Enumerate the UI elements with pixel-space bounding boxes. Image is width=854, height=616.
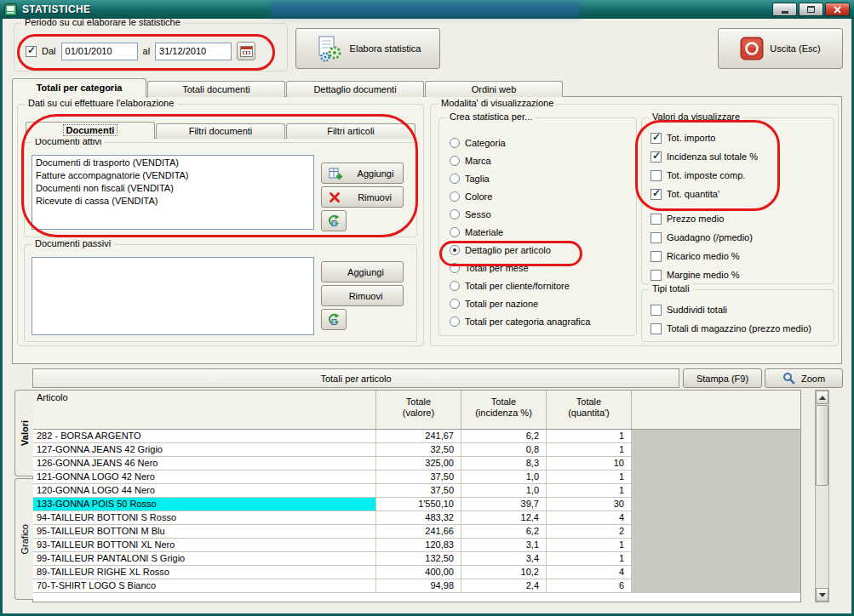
radio-option[interactable]: Totali per nazione [450, 294, 631, 312]
radio-option[interactable]: Dettaglio per articolo [450, 241, 631, 259]
elabora-statistica-button[interactable]: Elabora statistica [295, 28, 440, 69]
column-header[interactable]: Totale (valore) [376, 391, 461, 429]
cell-articolo[interactable]: 99-TAILLEUR PANTALONI S Grigio [33, 552, 376, 566]
list-item[interactable]: Documenti non fiscali (VENDITA) [32, 182, 313, 195]
list-item[interactable]: Ricevute di cassa (VENDITA) [32, 195, 313, 208]
column-header[interactable]: Totale (quantita') [547, 391, 632, 429]
radio-option[interactable]: Sesso [450, 205, 631, 223]
radio-option[interactable]: Totali per cliente/fornitore [450, 277, 631, 294]
list-item[interactable]: Fatture accompagnatorie (VENDITA) [32, 169, 313, 182]
checkbox-icon: ✓ [651, 214, 662, 225]
radio-option[interactable]: Materiale [450, 223, 631, 241]
checkbox-option[interactable]: ✓ Prezzo medio [651, 209, 830, 228]
radio-icon [450, 209, 460, 220]
cell-incidenza: 8,3 [461, 457, 547, 471]
sub-tab[interactable]: Filtri documenti [156, 123, 285, 139]
uscita-button[interactable]: Uscita (Esc) [718, 28, 843, 69]
al-label: al [143, 46, 151, 56]
documenti-passivi-listbox[interactable] [32, 257, 314, 335]
checkbox-option[interactable]: ✓ Tot. quantita' [651, 185, 830, 203]
side-tab[interactable]: Grafico [14, 478, 33, 600]
period-checkbox[interactable]: ✓ [26, 46, 37, 57]
table-row[interactable]: 282 - BORSA ARGENTO 241,67 6,2 1 [33, 430, 632, 443]
cell-articolo[interactable]: 89-TAILLEUR RIGHE XL Rosso [33, 566, 376, 579]
cell-articolo[interactable]: 70-T-SHIRT LOGO S Bianco [33, 579, 376, 593]
checkbox-option[interactable]: ✓ Tot. importo [651, 128, 830, 147]
calendar-button[interactable] [237, 42, 255, 60]
radio-option[interactable]: Taglia [450, 169, 631, 187]
column-header[interactable]: Totale (incidenza %) [461, 391, 547, 429]
vertical-scrollbar[interactable] [815, 390, 829, 602]
scrollbar-thumb[interactable] [816, 405, 828, 486]
minimize-button[interactable] [772, 3, 797, 16]
date-to-input[interactable] [155, 43, 232, 60]
scroll-down-button[interactable] [816, 588, 828, 602]
table-row[interactable]: 95-TAILLEUR BOTTONI M Blu 241,66 6,2 2 [33, 525, 632, 539]
table-row[interactable]: 94-TAILLEUR BOTTONI S Rosso 483,32 12,4 … [33, 511, 632, 525]
table-row[interactable]: 120-GONNA LOGO 44 Nero 37,50 1,0 1 [33, 484, 632, 498]
checkbox-option[interactable]: ✓ Margine medio % [651, 265, 830, 284]
attivi-rimuovi-button[interactable]: Rimuovi [321, 186, 404, 208]
checkbox-option[interactable]: ✓ Totali di magazzino (prezzo medio) [651, 319, 830, 338]
main-tab[interactable]: Ordini web [425, 81, 563, 97]
attivi-clear-button[interactable] [321, 210, 347, 231]
header-filler [632, 391, 800, 429]
documenti-attivi-listbox[interactable]: Documenti di trasporto (VENDITA)Fatture … [32, 155, 314, 230]
sub-tab[interactable]: Filtri articoli [286, 123, 416, 139]
list-item[interactable]: Documenti di trasporto (VENDITA) [32, 157, 313, 169]
titlebar[interactable]: STATISTICHE [0, 0, 854, 19]
radio-option[interactable]: Categoria [450, 134, 631, 151]
table-row[interactable]: 127-GONNA JEANS 42 Grigio 32,50 0,8 1 [33, 443, 632, 457]
cell-articolo[interactable]: 121-GONNA LOGO 42 Nero [33, 471, 376, 484]
cell-articolo[interactable]: 94-TAILLEUR BOTTONI S Rosso [33, 511, 376, 525]
table-row[interactable]: 99-TAILLEUR PANTALONI S Grigio 132,50 3,… [33, 552, 632, 566]
radio-label: Marca [465, 156, 491, 166]
radio-option[interactable]: Colore [450, 187, 631, 205]
checkbox-icon: ✓ [651, 270, 662, 281]
table-row[interactable]: 89-TAILLEUR RIGHE XL Rosso 400,00 10,2 4 [33, 566, 632, 579]
checkbox-option[interactable]: ✓ Ricarico medio % [651, 247, 830, 265]
column-header[interactable]: Articolo [33, 391, 376, 429]
attivi-aggiungi-button[interactable]: Aggiungi [321, 163, 404, 184]
checkbox-option[interactable]: ✓ Suddividi totali [651, 300, 830, 319]
checkbox-icon: ✓ [651, 305, 662, 316]
cell-quantita: 10 [547, 457, 632, 471]
aggiungi-label: Aggiungi [348, 168, 403, 179]
magnifier-icon [782, 372, 795, 385]
table-row[interactable]: 133-GONNA POIS 50 Rosso 1'550,10 39,7 30 [33, 498, 632, 511]
cell-articolo[interactable]: 126-GONNA JEANS 46 Nero [33, 457, 376, 471]
radio-option[interactable]: Totali per mese [450, 259, 631, 277]
side-tab[interactable]: Valori [14, 390, 33, 476]
date-from-input[interactable] [61, 43, 138, 60]
radio-option[interactable]: Marca [450, 151, 631, 169]
cell-articolo[interactable]: 282 - BORSA ARGENTO [33, 430, 376, 443]
checkbox-label: Totali di magazzino (prezzo medio) [667, 323, 811, 334]
checkbox-option[interactable]: ✓ Guadagno (/pmedio) [651, 228, 830, 247]
maximize-button[interactable] [799, 3, 823, 16]
scroll-up-button[interactable] [816, 391, 828, 404]
cell-valore: 241,66 [376, 525, 461, 539]
radio-option[interactable]: Totali per categoria anagrafica [450, 312, 631, 330]
passivi-aggiungi-button[interactable]: Aggiungi [321, 261, 404, 282]
passivi-rimuovi-button[interactable]: Rimuovi [321, 285, 404, 306]
cell-articolo[interactable]: 133-GONNA POIS 50 Rosso [33, 498, 376, 511]
cell-articolo[interactable]: 93-TAILLEUR BOTTONI XL Nero [33, 539, 376, 552]
checkbox-option[interactable]: ✓ Tot. imposte comp. [651, 166, 830, 185]
main-tab[interactable]: Totali documenti [147, 81, 285, 97]
cell-articolo[interactable]: 95-TAILLEUR BOTTONI M Blu [33, 525, 376, 539]
table-row[interactable]: 126-GONNA JEANS 46 Nero 325,00 8,3 10 [33, 457, 632, 471]
sub-tab[interactable]: Documenti [26, 122, 155, 139]
stampa-button[interactable]: Stampa (F9) [683, 368, 762, 388]
cell-articolo[interactable]: 127-GONNA JEANS 42 Grigio [33, 443, 376, 457]
main-tab[interactable]: Dettaglio documenti [286, 81, 424, 97]
cell-articolo[interactable]: 120-GONNA LOGO 44 Nero [33, 484, 376, 498]
table-row[interactable]: 121-GONNA LOGO 42 Nero 37,50 1,0 1 [33, 471, 632, 484]
close-button[interactable] [825, 3, 850, 16]
table-row[interactable]: 70-T-SHIRT LOGO S Bianco 94,98 2,4 6 [33, 579, 632, 593]
table-row[interactable]: 93-TAILLEUR BOTTONI XL Nero 120,83 3,1 1 [33, 539, 632, 552]
checkbox-option[interactable]: ✓ Incidenza sul totale % [651, 147, 830, 166]
cell-quantita: 6 [547, 579, 632, 593]
main-tab[interactable]: Totali per categoria [12, 78, 146, 97]
zoom-button[interactable]: Zoom [765, 368, 843, 388]
passivi-clear-button[interactable] [321, 309, 347, 330]
